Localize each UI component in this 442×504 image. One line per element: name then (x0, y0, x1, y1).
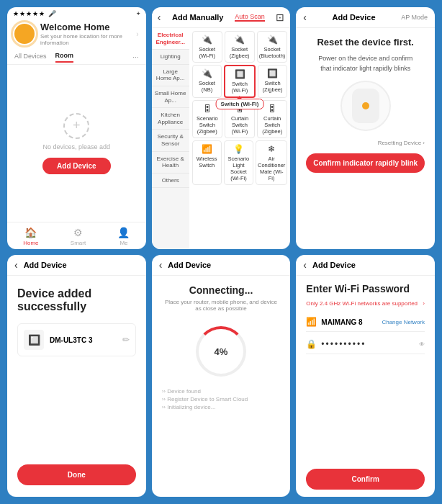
confirm-button[interactable]: Confirm (306, 469, 425, 490)
device-added-header: ‹ Add Device (7, 255, 146, 276)
wifi-network-row: 📶 MAIMANG 8 Change Network (306, 312, 425, 332)
add-device-title-4: Add Device (24, 261, 67, 269)
device-name-label: DM-UL3TC 3 (50, 336, 117, 344)
add-manually-title: Add Manually (172, 13, 224, 22)
password-row: 🔒 •••••••••• 👁 (306, 335, 425, 354)
reset-text1: Power on the device and confirm (318, 55, 412, 62)
cat-others[interactable]: Others (152, 174, 189, 189)
connection-steps: Device found Register Device to Smart Cl… (162, 388, 248, 412)
add-manually-body: Electrical Engineer... Lighting Large Ho… (152, 28, 291, 249)
back-button-5[interactable]: ‹ (159, 259, 163, 271)
ac-mate-icon: ❄ (258, 144, 285, 154)
cat-security[interactable]: Security & Sensor (152, 130, 189, 151)
back-button[interactable]: ‹ (158, 12, 161, 23)
nav-me-label: Me (119, 240, 127, 246)
item-socket-zigbee[interactable]: 🔌 Socket (Zigbee) (225, 31, 255, 63)
edit-icon[interactable]: ✏ (122, 335, 130, 345)
connecting-subtitle: Place your router, mobile phone, and dev… (162, 299, 281, 312)
device-grid: 🔌 Socket (Wi-Fi) 🔌 Socket (Zigbee) 🔌 Soc… (189, 28, 291, 249)
tab-room[interactable]: Room (55, 52, 74, 63)
back-button-6[interactable]: ‹ (303, 259, 307, 271)
add-device-button[interactable]: Add Device (42, 158, 110, 174)
change-network-link[interactable]: Change Network (382, 319, 425, 325)
screen-welcome-home: ★★★★★ 🎤 + Welcome Home Set your home loc… (7, 7, 146, 249)
device-illustration (340, 81, 391, 131)
add-tabs: Auto Scan (235, 13, 265, 22)
tab-all-devices[interactable]: All Devices (14, 53, 47, 62)
wifi-password-title: Enter Wi-Fi Password (306, 283, 425, 294)
wifi-icon: 📶 (306, 317, 317, 327)
item-ac-mate[interactable]: ❄ Air Conditioner Mate (Wi-Fi) (256, 140, 287, 185)
only-24ghz-label: Only 2.4 GHz Wi-Fi networks are supporte… (306, 300, 418, 307)
only-24ghz-notice: Only 2.4 GHz Wi-Fi networks are supporte… (306, 300, 425, 307)
mic-icon: 🎤 (48, 10, 56, 17)
scan-icon[interactable]: ⊡ (276, 12, 284, 23)
item-socket-wifi-label: Socket (Wi-Fi) (194, 46, 220, 59)
nav-home-label: Home (23, 240, 38, 246)
cat-small-home[interactable]: Small Home Ap... (152, 86, 189, 108)
item-socket-bt-label: Socket (Bluetooth) (259, 46, 286, 59)
item-wireless-sw-label: Wireless Switch (194, 156, 220, 168)
welcome-title: Welcome Home (40, 22, 130, 32)
screen-add-manually: ‹ Add Manually Auto Scan ⊡ Electrical En… (152, 7, 291, 249)
item-switch-wifi-label: Switch (Wi-Fi) (227, 81, 253, 94)
add-icon: + (136, 10, 140, 17)
add-device-title-6: Add Device (312, 261, 356, 269)
notice-chevron-icon: › (423, 300, 425, 307)
device-tabs: All Devices Room ··· (7, 50, 146, 65)
device-type-icon: 🔲 (24, 330, 44, 350)
chevron-right-icon[interactable]: › (136, 30, 138, 38)
confirm-indicator-button[interactable]: Confirm indicator rapidly blink (306, 153, 425, 173)
item-scenario-sw-z-label: Scenario Switch (Zigbee) (194, 115, 220, 135)
item-socket-zigbee-label: Socket (Zigbee) (227, 46, 253, 59)
show-password-toggle[interactable]: 👁 (419, 341, 425, 348)
device-info-row: 🔲 DM-UL3TC 3 ✏ (17, 323, 136, 356)
item-curtain-wifi-label: Curtain Switch (Wi-Fi) (227, 115, 253, 135)
item-switch-wifi[interactable]: 🔲 Switch (Wi-Fi) Switch (Wi-Fi) (224, 65, 256, 98)
grid-row-2: 🔌 Socket (NB) 🔲 Switch (Wi-Fi) Switch (W… (192, 65, 288, 98)
item-switch-zigbee[interactable]: 🔲 Switch (Zigbee) (258, 65, 288, 98)
connecting-content: Connecting... Place your router, mobile … (152, 276, 291, 497)
item-wireless-sw[interactable]: 📶 Wireless Switch (192, 140, 222, 185)
password-field[interactable]: •••••••••• (321, 339, 415, 349)
item-scenario-light[interactable]: 💡 Scenario Light Socket (Wi-Fi) (224, 140, 253, 185)
item-socket-wifi[interactable]: 🔌 Socket (Wi-Fi) (192, 31, 222, 63)
success-title: Device added successfully (17, 287, 136, 313)
cat-large-home[interactable]: Large Home Ap... (152, 65, 189, 86)
device-indicator-light (362, 102, 369, 109)
reset-device-content: Reset the device first. Power on the dev… (296, 28, 435, 249)
screen-wifi-password: ‹ Add Device Enter Wi-Fi Password Only 2… (296, 255, 435, 497)
nav-me[interactable]: 👤 Me (117, 227, 130, 246)
item-socket-nb[interactable]: 🔌 Socket (NB) (192, 65, 222, 98)
sun-icon (14, 24, 35, 44)
item-socket-bt[interactable]: 🔌 Socket (Bluetooth) (257, 31, 288, 63)
socket-zigbee-icon: 🔌 (227, 35, 253, 45)
bottom-navigation: 🏠 Home ⚙ Smart 👤 Me (7, 222, 146, 249)
more-icon[interactable]: ··· (132, 53, 138, 61)
wifi-network-name: MAIMANG 8 (321, 318, 377, 326)
screen-add-device-reset: ‹ Add Device AP Mode Reset the device fi… (296, 7, 435, 249)
cat-electrical[interactable]: Electrical Engineer... (152, 28, 189, 50)
wifi-password-header: ‹ Add Device (296, 255, 435, 276)
nav-smart[interactable]: ⚙ Smart (71, 227, 86, 246)
status-bar: ★★★★★ 🎤 + (7, 7, 146, 19)
back-button-4[interactable]: ‹ (14, 259, 18, 271)
step-device-found: Device found (162, 388, 248, 395)
screen-connecting: ‹ Add Device Connecting... Place your ro… (152, 255, 291, 497)
ap-mode-label: AP Mode (401, 14, 428, 21)
resetting-link[interactable]: Resetting Device › (378, 140, 425, 146)
reset-title: Reset the device first. (317, 37, 413, 48)
device-content-area: + No devices, please add Add Device (7, 65, 146, 222)
connecting-title: Connecting... (189, 284, 253, 296)
cat-exercise[interactable]: Exercise & Health (152, 152, 189, 174)
cat-lighting[interactable]: Lighting (152, 50, 189, 65)
reset-text2: that indicator light rapidly blinks (320, 65, 410, 72)
back-button-3[interactable]: ‹ (303, 12, 307, 23)
cat-kitchen[interactable]: Kitchen Appliance (152, 108, 189, 130)
tab-auto-scan[interactable]: Auto Scan (235, 13, 265, 22)
done-button[interactable]: Done (17, 464, 136, 485)
socket-nb-icon: 🔌 (194, 68, 220, 78)
nav-home[interactable]: 🏠 Home (23, 227, 38, 246)
grid-row-4: 📶 Wireless Switch 💡 Scenario Light Socke… (192, 140, 288, 185)
device-added-content: Device added successfully 🔲 DM-UL3TC 3 ✏… (7, 276, 146, 497)
